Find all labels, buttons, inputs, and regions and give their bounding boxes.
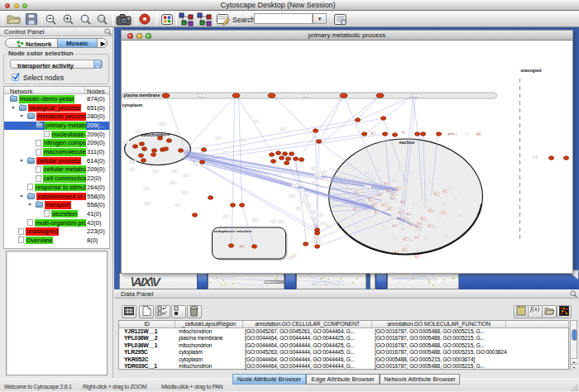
svg-text:(...): (...) bbox=[448, 187, 452, 190]
svg-text:(...): (...) bbox=[444, 234, 447, 237]
svg-text:(a.): (a.) bbox=[386, 189, 390, 192]
svg-text:(a.): (a.) bbox=[371, 203, 375, 206]
svg-text:(...): (...) bbox=[457, 213, 461, 217]
svg-text:(...): (...) bbox=[400, 207, 403, 210]
svg-text:nucleus: nucleus bbox=[399, 140, 414, 145]
svg-text:(a.): (a.) bbox=[391, 193, 395, 196]
svg-text:(...): (...) bbox=[144, 187, 147, 190]
svg-text:y(..): y(..) bbox=[371, 131, 376, 135]
svg-text:(...): (...) bbox=[312, 167, 315, 170]
svg-text:(...): (...) bbox=[418, 228, 421, 232]
svg-text:(a.): (a.) bbox=[441, 211, 444, 214]
svg-text:(...): (...) bbox=[454, 197, 457, 200]
svg-text:(...): (...) bbox=[136, 130, 139, 133]
svg-text:(...): (...) bbox=[153, 170, 156, 173]
svg-text:(...): (...) bbox=[393, 179, 396, 182]
svg-text:(...): (...) bbox=[315, 174, 318, 177]
svg-text:(a.): (a.) bbox=[409, 222, 412, 226]
svg-text:(...): (...) bbox=[321, 170, 324, 174]
svg-text:(...): (...) bbox=[371, 177, 375, 180]
svg-text:(...): (...) bbox=[252, 218, 256, 222]
svg-text:(...): (...) bbox=[413, 202, 416, 205]
svg-text:(...): (...) bbox=[386, 164, 390, 167]
svg-text:(a..): (a..) bbox=[396, 217, 400, 220]
svg-text:(a.): (a.) bbox=[414, 255, 418, 258]
svg-text:(...): (...) bbox=[194, 162, 197, 165]
svg-text:(a.): (a.) bbox=[368, 198, 371, 201]
svg-text:(...): (...) bbox=[429, 180, 433, 184]
svg-text:(...): (...) bbox=[403, 187, 406, 190]
svg-text:(...): (...) bbox=[130, 160, 133, 164]
svg-text:(...): (...) bbox=[175, 203, 179, 207]
svg-text:c(..): c(..) bbox=[313, 236, 318, 239]
svg-text:(...): (...) bbox=[398, 167, 401, 170]
svg-text:(a..): (a..) bbox=[400, 200, 404, 203]
svg-text:(...): (...) bbox=[311, 210, 314, 213]
svg-text:(...): (...) bbox=[391, 215, 395, 218]
svg-text:plasma membrane: plasma membrane bbox=[123, 93, 160, 98]
svg-text:(...): (...) bbox=[304, 94, 309, 98]
svg-text:(...): (...) bbox=[280, 127, 284, 131]
svg-text:(a.): (a.) bbox=[402, 248, 405, 251]
svg-text:(...): (...) bbox=[304, 194, 308, 197]
svg-text:(...): (...) bbox=[184, 174, 187, 177]
svg-text:(...): (...) bbox=[401, 227, 404, 230]
svg-text:(...): (...) bbox=[424, 237, 428, 240]
svg-text:(...): (...) bbox=[533, 155, 537, 159]
svg-text:(..): (..) bbox=[313, 224, 317, 227]
svg-text:(..): (..) bbox=[313, 241, 317, 244]
svg-text:(...): (...) bbox=[216, 136, 219, 140]
svg-text:(a..): (a..) bbox=[414, 236, 419, 239]
svg-text:(a.): (a.) bbox=[388, 207, 391, 210]
svg-text:(a.): (a.) bbox=[374, 210, 377, 213]
svg-text:(...): (...) bbox=[292, 254, 296, 257]
svg-text:(...): (...) bbox=[160, 122, 163, 126]
svg-text:(a.): (a.) bbox=[381, 203, 385, 207]
svg-text:(a.): (a.) bbox=[355, 190, 358, 194]
svg-text:(...): (...) bbox=[182, 191, 185, 194]
svg-text:(a.): (a.) bbox=[443, 189, 446, 193]
svg-text:(a..): (a..) bbox=[390, 197, 395, 200]
svg-text:(...): (...) bbox=[365, 185, 368, 189]
svg-text:(...): (...) bbox=[306, 203, 309, 207]
svg-text:(...): (...) bbox=[376, 168, 380, 171]
svg-text:(...): (...) bbox=[313, 217, 316, 220]
svg-text:(a.): (a.) bbox=[433, 192, 437, 195]
svg-text:(...): (...) bbox=[393, 237, 396, 240]
svg-text:(...): (...) bbox=[465, 132, 469, 136]
svg-text:(...): (...) bbox=[418, 248, 421, 251]
svg-text:(...): (...) bbox=[318, 213, 321, 217]
svg-text:(...): (...) bbox=[292, 184, 295, 188]
svg-text:(...): (...) bbox=[324, 178, 328, 181]
svg-text:(...): (...) bbox=[223, 215, 227, 218]
svg-text:(...): (...) bbox=[312, 181, 315, 184]
svg-text:(...): (...) bbox=[409, 170, 413, 174]
svg-text:(a.): (a.) bbox=[420, 217, 423, 220]
svg-text:(...): (...) bbox=[130, 168, 133, 171]
svg-text:endoplasmic reticulum: endoplasmic reticulum bbox=[213, 229, 251, 233]
svg-text:(...): (...) bbox=[409, 238, 413, 241]
svg-text:(...): (...) bbox=[172, 170, 175, 173]
svg-text:(a..): (a..) bbox=[394, 251, 398, 254]
svg-text:gene(..): gene(..) bbox=[447, 132, 457, 136]
svg-text:c(.): c(.) bbox=[476, 132, 481, 136]
svg-text:(a.): (a.) bbox=[353, 208, 356, 211]
svg-text:(...): (...) bbox=[203, 144, 207, 147]
svg-text:(...): (...) bbox=[123, 141, 127, 144]
svg-text:(...): (...) bbox=[438, 215, 441, 218]
svg-text:(a.): (a.) bbox=[428, 224, 431, 227]
svg-text:(...): (...) bbox=[242, 138, 245, 141]
svg-text:(...): (...) bbox=[223, 151, 227, 155]
svg-text:unassigned: unassigned bbox=[520, 69, 541, 73]
svg-text:(...): (...) bbox=[321, 222, 324, 225]
svg-text:(a.): (a.) bbox=[398, 211, 401, 214]
svg-text:(a..): (a..) bbox=[406, 213, 410, 216]
svg-text:1:1: 1:1 bbox=[99, 17, 105, 22]
svg-text:(a.): (a.) bbox=[415, 225, 419, 228]
svg-text:(...): (...) bbox=[327, 225, 330, 228]
svg-text:(...): (...) bbox=[298, 189, 301, 192]
svg-text:(...): (...) bbox=[365, 171, 368, 174]
svg-text:(a.): (a.) bbox=[428, 209, 432, 213]
svg-text:(...): (...) bbox=[271, 220, 275, 223]
svg-text:(...): (...) bbox=[418, 175, 421, 179]
